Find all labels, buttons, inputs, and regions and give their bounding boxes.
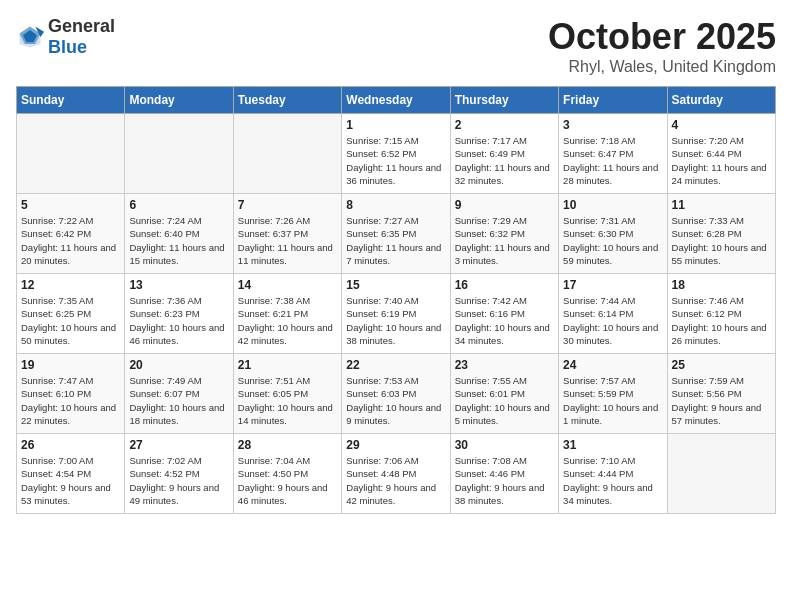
- day-info: Sunrise: 7:33 AM Sunset: 6:28 PM Dayligh…: [672, 214, 771, 267]
- day-cell: 11Sunrise: 7:33 AM Sunset: 6:28 PM Dayli…: [667, 194, 775, 274]
- day-cell: 20Sunrise: 7:49 AM Sunset: 6:07 PM Dayli…: [125, 354, 233, 434]
- day-number: 10: [563, 198, 662, 212]
- day-cell: 22Sunrise: 7:53 AM Sunset: 6:03 PM Dayli…: [342, 354, 450, 434]
- day-cell: 2Sunrise: 7:17 AM Sunset: 6:49 PM Daylig…: [450, 114, 558, 194]
- day-info: Sunrise: 7:46 AM Sunset: 6:12 PM Dayligh…: [672, 294, 771, 347]
- day-cell: 25Sunrise: 7:59 AM Sunset: 5:56 PM Dayli…: [667, 354, 775, 434]
- day-number: 1: [346, 118, 445, 132]
- day-number: 12: [21, 278, 120, 292]
- day-cell: 30Sunrise: 7:08 AM Sunset: 4:46 PM Dayli…: [450, 434, 558, 514]
- day-cell: [125, 114, 233, 194]
- day-info: Sunrise: 7:24 AM Sunset: 6:40 PM Dayligh…: [129, 214, 228, 267]
- day-info: Sunrise: 7:22 AM Sunset: 6:42 PM Dayligh…: [21, 214, 120, 267]
- day-info: Sunrise: 7:40 AM Sunset: 6:19 PM Dayligh…: [346, 294, 445, 347]
- day-number: 15: [346, 278, 445, 292]
- day-number: 2: [455, 118, 554, 132]
- day-info: Sunrise: 7:31 AM Sunset: 6:30 PM Dayligh…: [563, 214, 662, 267]
- day-cell: 26Sunrise: 7:00 AM Sunset: 4:54 PM Dayli…: [17, 434, 125, 514]
- day-info: Sunrise: 7:42 AM Sunset: 6:16 PM Dayligh…: [455, 294, 554, 347]
- day-info: Sunrise: 7:08 AM Sunset: 4:46 PM Dayligh…: [455, 454, 554, 507]
- day-cell: 16Sunrise: 7:42 AM Sunset: 6:16 PM Dayli…: [450, 274, 558, 354]
- day-number: 11: [672, 198, 771, 212]
- weekday-header-monday: Monday: [125, 87, 233, 114]
- day-number: 31: [563, 438, 662, 452]
- day-cell: 3Sunrise: 7:18 AM Sunset: 6:47 PM Daylig…: [559, 114, 667, 194]
- weekday-header-wednesday: Wednesday: [342, 87, 450, 114]
- day-info: Sunrise: 7:55 AM Sunset: 6:01 PM Dayligh…: [455, 374, 554, 427]
- day-cell: 9Sunrise: 7:29 AM Sunset: 6:32 PM Daylig…: [450, 194, 558, 274]
- day-info: Sunrise: 7:26 AM Sunset: 6:37 PM Dayligh…: [238, 214, 337, 267]
- weekday-header-friday: Friday: [559, 87, 667, 114]
- day-info: Sunrise: 7:53 AM Sunset: 6:03 PM Dayligh…: [346, 374, 445, 427]
- logo: General Blue: [16, 16, 115, 58]
- day-number: 27: [129, 438, 228, 452]
- calendar-table: SundayMondayTuesdayWednesdayThursdayFrid…: [16, 86, 776, 514]
- day-cell: 18Sunrise: 7:46 AM Sunset: 6:12 PM Dayli…: [667, 274, 775, 354]
- week-row-0: 1Sunrise: 7:15 AM Sunset: 6:52 PM Daylig…: [17, 114, 776, 194]
- day-cell: 7Sunrise: 7:26 AM Sunset: 6:37 PM Daylig…: [233, 194, 341, 274]
- day-cell: 28Sunrise: 7:04 AM Sunset: 4:50 PM Dayli…: [233, 434, 341, 514]
- day-info: Sunrise: 7:44 AM Sunset: 6:14 PM Dayligh…: [563, 294, 662, 347]
- logo-blue: Blue: [48, 37, 87, 57]
- day-number: 26: [21, 438, 120, 452]
- day-cell: 21Sunrise: 7:51 AM Sunset: 6:05 PM Dayli…: [233, 354, 341, 434]
- day-cell: 6Sunrise: 7:24 AM Sunset: 6:40 PM Daylig…: [125, 194, 233, 274]
- day-info: Sunrise: 7:17 AM Sunset: 6:49 PM Dayligh…: [455, 134, 554, 187]
- week-row-2: 12Sunrise: 7:35 AM Sunset: 6:25 PM Dayli…: [17, 274, 776, 354]
- day-number: 19: [21, 358, 120, 372]
- logo-text: General Blue: [48, 16, 115, 58]
- day-info: Sunrise: 7:36 AM Sunset: 6:23 PM Dayligh…: [129, 294, 228, 347]
- day-info: Sunrise: 7:59 AM Sunset: 5:56 PM Dayligh…: [672, 374, 771, 427]
- day-number: 4: [672, 118, 771, 132]
- day-info: Sunrise: 7:27 AM Sunset: 6:35 PM Dayligh…: [346, 214, 445, 267]
- day-number: 22: [346, 358, 445, 372]
- day-info: Sunrise: 7:00 AM Sunset: 4:54 PM Dayligh…: [21, 454, 120, 507]
- day-number: 23: [455, 358, 554, 372]
- day-number: 25: [672, 358, 771, 372]
- day-info: Sunrise: 7:35 AM Sunset: 6:25 PM Dayligh…: [21, 294, 120, 347]
- calendar-subtitle: Rhyl, Wales, United Kingdom: [548, 58, 776, 76]
- week-row-4: 26Sunrise: 7:00 AM Sunset: 4:54 PM Dayli…: [17, 434, 776, 514]
- day-number: 30: [455, 438, 554, 452]
- day-cell: 24Sunrise: 7:57 AM Sunset: 5:59 PM Dayli…: [559, 354, 667, 434]
- day-info: Sunrise: 7:15 AM Sunset: 6:52 PM Dayligh…: [346, 134, 445, 187]
- day-number: 13: [129, 278, 228, 292]
- day-cell: 19Sunrise: 7:47 AM Sunset: 6:10 PM Dayli…: [17, 354, 125, 434]
- week-row-3: 19Sunrise: 7:47 AM Sunset: 6:10 PM Dayli…: [17, 354, 776, 434]
- day-number: 21: [238, 358, 337, 372]
- calendar-title: October 2025: [548, 16, 776, 58]
- day-info: Sunrise: 7:57 AM Sunset: 5:59 PM Dayligh…: [563, 374, 662, 427]
- day-cell: [233, 114, 341, 194]
- day-cell: 15Sunrise: 7:40 AM Sunset: 6:19 PM Dayli…: [342, 274, 450, 354]
- day-cell: 5Sunrise: 7:22 AM Sunset: 6:42 PM Daylig…: [17, 194, 125, 274]
- header: General Blue October 2025 Rhyl, Wales, U…: [16, 16, 776, 76]
- day-number: 9: [455, 198, 554, 212]
- day-cell: 23Sunrise: 7:55 AM Sunset: 6:01 PM Dayli…: [450, 354, 558, 434]
- weekday-header-tuesday: Tuesday: [233, 87, 341, 114]
- day-info: Sunrise: 7:51 AM Sunset: 6:05 PM Dayligh…: [238, 374, 337, 427]
- day-cell: 29Sunrise: 7:06 AM Sunset: 4:48 PM Dayli…: [342, 434, 450, 514]
- day-number: 17: [563, 278, 662, 292]
- day-number: 7: [238, 198, 337, 212]
- day-info: Sunrise: 7:47 AM Sunset: 6:10 PM Dayligh…: [21, 374, 120, 427]
- day-cell: 14Sunrise: 7:38 AM Sunset: 6:21 PM Dayli…: [233, 274, 341, 354]
- day-info: Sunrise: 7:18 AM Sunset: 6:47 PM Dayligh…: [563, 134, 662, 187]
- day-number: 20: [129, 358, 228, 372]
- day-cell: [667, 434, 775, 514]
- day-number: 14: [238, 278, 337, 292]
- day-number: 29: [346, 438, 445, 452]
- weekday-header-saturday: Saturday: [667, 87, 775, 114]
- day-info: Sunrise: 7:04 AM Sunset: 4:50 PM Dayligh…: [238, 454, 337, 507]
- week-row-1: 5Sunrise: 7:22 AM Sunset: 6:42 PM Daylig…: [17, 194, 776, 274]
- day-number: 3: [563, 118, 662, 132]
- day-info: Sunrise: 7:29 AM Sunset: 6:32 PM Dayligh…: [455, 214, 554, 267]
- day-cell: 12Sunrise: 7:35 AM Sunset: 6:25 PM Dayli…: [17, 274, 125, 354]
- day-number: 8: [346, 198, 445, 212]
- day-number: 24: [563, 358, 662, 372]
- day-cell: 17Sunrise: 7:44 AM Sunset: 6:14 PM Dayli…: [559, 274, 667, 354]
- day-number: 16: [455, 278, 554, 292]
- weekday-header-row: SundayMondayTuesdayWednesdayThursdayFrid…: [17, 87, 776, 114]
- logo-icon: [16, 23, 44, 51]
- logo-general: General: [48, 16, 115, 36]
- day-cell: 1Sunrise: 7:15 AM Sunset: 6:52 PM Daylig…: [342, 114, 450, 194]
